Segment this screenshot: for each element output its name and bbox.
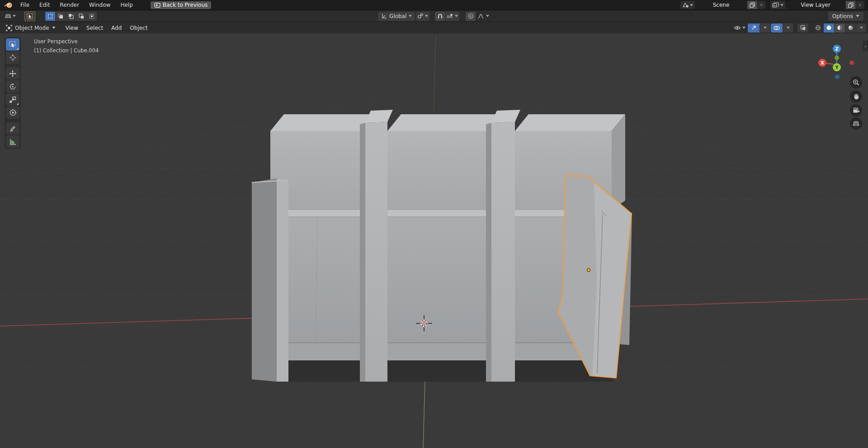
scene-name[interactable]: Scene [695,1,747,9]
svg-text:Z: Z [835,47,838,51]
pivot-point-dropdown[interactable] [416,12,429,21]
proportional-edit-toggle[interactable] [466,12,476,21]
zoom-button[interactable] [850,76,862,89]
view-layer-remove-button[interactable]: ✕ [855,1,864,9]
chevron-down-icon [13,15,16,17]
transform-orientation-dropdown[interactable]: Global [378,12,415,21]
select-mode-intersect-button[interactable] [87,12,97,21]
crate-under-shadow [280,360,613,382]
tool-scale[interactable] [6,93,19,106]
measure-tool-icon [9,138,16,145]
3d-viewport[interactable]: User Perspective (1) Collection | Cube.0… [0,33,868,448]
menu-window[interactable]: Window [84,0,115,10]
menu-view[interactable]: View [61,22,82,34]
snap-target-dropdown[interactable] [445,12,459,21]
scene-browse-button[interactable] [680,1,695,9]
chevron-down-icon [860,27,863,29]
view-layer-icon [772,2,779,8]
tool-measure[interactable] [6,135,19,148]
solid-shading-icon [826,25,832,31]
menu-help[interactable]: Help [115,0,137,10]
shading-material-button[interactable] [835,23,845,33]
select-box-icon [9,41,16,48]
hand-icon [853,93,859,100]
view-layer-name[interactable]: View Layer [785,1,846,9]
shading-solid-button[interactable] [824,23,834,33]
xray-toggle[interactable] [797,23,808,33]
annotate-pencil-icon [9,125,16,132]
blender-logo-icon[interactable] [4,2,13,9]
menu-edit[interactable]: Edit [34,0,55,10]
shading-wireframe-button[interactable] [813,23,823,33]
select-mode-extend-button[interactable] [56,12,66,21]
view-layer-copy-button[interactable] [846,1,855,9]
scene-icon [682,2,689,8]
toolbar [5,37,21,149]
menu-select[interactable]: Select [82,22,107,34]
tool-rotate[interactable] [6,80,19,93]
tool-annotate[interactable] [6,122,19,135]
bottom-box-front [279,217,602,343]
left-panel-side [252,178,277,382]
gizmo-dropdown[interactable] [760,23,770,33]
blender-window: { "topbar": { "menus": { "file": "File",… [0,0,868,448]
scene-unlink-button[interactable]: ✕ [757,1,766,9]
view-layer-selector: View Layer ✕ [770,1,864,9]
mode-selector[interactable]: Object Mode [3,23,59,33]
select-mode-invert-button[interactable] [76,12,86,21]
view-layer-browse-button[interactable] [770,1,785,9]
gizmo-axis-neg-z[interactable] [835,75,840,79]
slat-2-front [491,122,515,382]
toggle-orthographic-button[interactable] [850,117,862,130]
options-dropdown[interactable]: Options [828,12,863,21]
top-box-2-front [387,131,486,210]
magnifier-plus-icon [853,79,859,86]
select-mode-set-button[interactable] [45,12,55,21]
gizmo-group [748,23,770,33]
chevron-down-icon [742,27,745,29]
sidebar-expand-tab[interactable]: ‹ [863,41,868,51]
editor-type-button[interactable] [3,12,17,21]
pan-button[interactable] [850,90,862,103]
magnet-icon [437,13,443,19]
tool-cursor[interactable] [6,51,19,64]
tool-select-box[interactable] [6,38,19,51]
proportional-falloff-dropdown[interactable] [476,12,491,21]
navigation-gizmo[interactable]: Z X Y [815,39,856,82]
active-tool-button[interactable] [24,11,35,21]
grid-perspective-icon [853,121,859,126]
select-mode-subtract-button[interactable] [66,12,76,21]
shading-rendered-button[interactable] [845,23,856,33]
shading-dropdown[interactable] [856,23,866,33]
tool-settings-bar: Global [0,10,868,22]
gizmo-arrow-icon [751,25,757,31]
menu-add[interactable]: Add [107,22,126,34]
show-overlays-toggle[interactable] [771,23,783,33]
scene-canvas[interactable] [0,33,868,448]
snapping-group [435,12,459,21]
object-visibility-dropdown[interactable] [732,23,747,33]
gizmo-axis-neg-y[interactable] [835,56,839,60]
falloff-curve-icon [477,14,484,19]
camera-view-button[interactable] [850,104,862,117]
menu-render[interactable]: Render [55,0,84,10]
gizmo-axis-neg-x[interactable] [849,61,854,65]
shading-mode-group [813,23,866,33]
back-to-previous-button[interactable]: Back to Previous [151,1,212,9]
overlays-dropdown[interactable] [783,23,793,33]
tool-transform[interactable] [6,107,19,119]
show-gizmo-toggle[interactable] [748,23,760,33]
scene-copy-button[interactable] [747,1,757,9]
top-box-2-top [387,114,500,131]
duplicate-icon [750,2,755,8]
chevron-down-icon [690,4,693,6]
menu-object[interactable]: Object [126,22,151,34]
snap-toggle-button[interactable] [435,12,445,21]
snap-increment-icon [447,14,453,19]
tool-move[interactable] [6,67,19,79]
slat-1-front [365,122,387,382]
menu-file[interactable]: File [15,0,34,10]
active-object-breadcrumb: (1) Collection | Cube.004 [34,46,99,55]
select-extend-icon [58,14,63,19]
transform-tool-icon [9,109,17,117]
